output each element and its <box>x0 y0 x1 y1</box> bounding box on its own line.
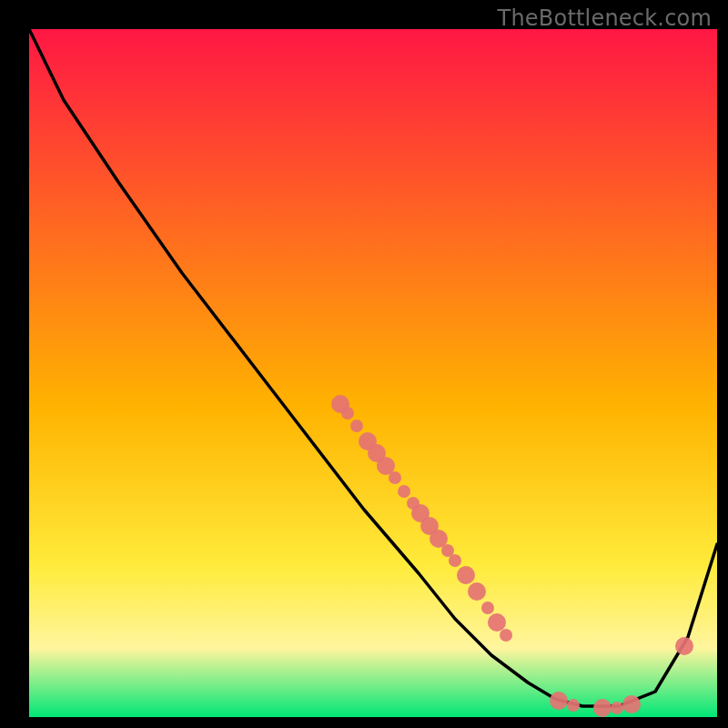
data-point <box>622 695 641 713</box>
frame-bottom <box>0 717 728 728</box>
data-point <box>449 554 461 567</box>
data-point <box>481 602 494 614</box>
data-point <box>350 420 363 432</box>
data-point <box>567 699 580 712</box>
data-point <box>398 485 410 498</box>
data-point <box>550 692 568 710</box>
watermark-text: TheBottleneck.com <box>498 5 712 31</box>
data-point <box>611 702 623 714</box>
data-point <box>675 637 693 655</box>
data-point <box>457 566 475 584</box>
bottleneck-plot <box>0 0 728 728</box>
data-point <box>500 629 512 642</box>
plot-background <box>29 29 717 717</box>
frame-left <box>0 0 29 728</box>
data-point <box>389 471 401 484</box>
frame-right <box>717 0 728 728</box>
data-point <box>468 582 486 601</box>
data-point <box>593 699 612 717</box>
data-point <box>341 407 354 420</box>
data-point <box>488 613 506 632</box>
